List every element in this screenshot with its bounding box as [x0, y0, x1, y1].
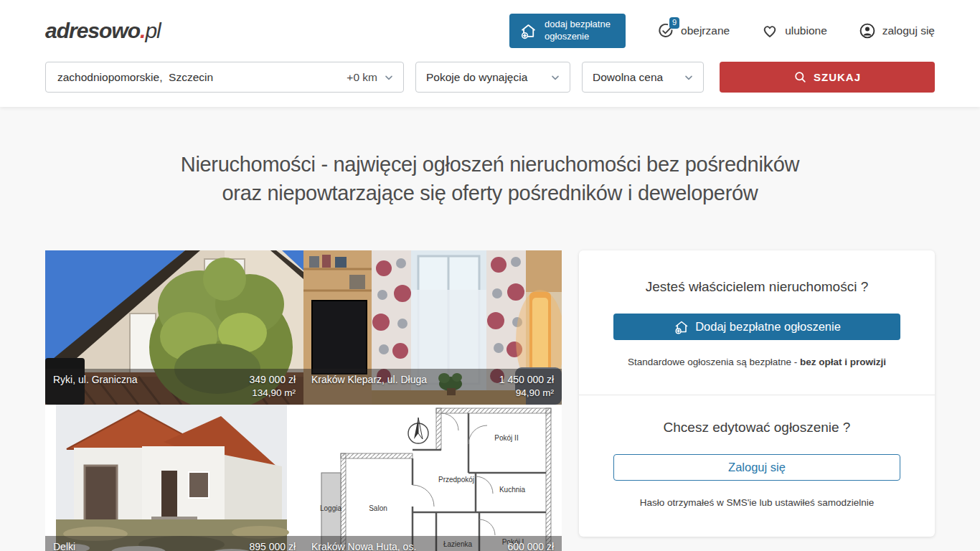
location-value: zachodniopomorskie, Szczecin [57, 71, 213, 84]
edit-heading: Chcesz edytować ogłoszenie ? [613, 420, 900, 435]
search-icon [793, 70, 807, 84]
main-content: Nieruchomości - najwięcej ogłoszeń nieru… [45, 150, 935, 551]
adresowo-logo[interactable]: adresowo.pl [45, 19, 161, 43]
house-plus-icon [673, 319, 690, 336]
listing-tile[interactable]: Kraków Kleparz, ul. Długa 1 450 000 zł 9… [303, 250, 562, 405]
floorplan-room-label: Kuchnia [499, 486, 526, 494]
page: adresowo.pl dodaj bezpłatne ogłoszenie [0, 0, 980, 551]
add-listing-header-button[interactable]: dodaj bezpłatne ogłoszenie [509, 14, 626, 48]
owner-section: Jesteś właścicielem nieruchomości ? Doda… [579, 250, 935, 395]
listing-price: 600 000 zł [507, 540, 554, 551]
favorites-action[interactable]: ulubione [761, 22, 827, 39]
page-title-line2: oraz niepowtarzające się oferty pośredni… [45, 179, 935, 207]
property-type-value: Pokoje do wynajęcia [426, 71, 527, 84]
viewed-label: obejrzane [681, 24, 730, 37]
add-listing-label: dodaj bezpłatne ogłoszenie [545, 19, 616, 43]
listings-grid: Ryki, ul. Graniczna 349 000 zł 134,90 m² [45, 250, 562, 551]
login-sidebar-button[interactable]: Zaloguj się [613, 454, 900, 481]
page-title: Nieruchomości - najwięcej ogłoszeń nieru… [45, 150, 935, 207]
login-action[interactable]: zaloguj się [859, 22, 935, 39]
page-title-line1: Nieruchomości - najwięcej ogłoszeń nieru… [45, 150, 935, 179]
user-icon [859, 22, 876, 39]
price-value: Dowolna cena [593, 71, 663, 84]
listing-photo [45, 405, 303, 551]
listing-name: Delki [53, 540, 75, 551]
property-type-select[interactable]: Pokoje do wynajęcia [415, 62, 570, 93]
search-button-label: SZUKAJ [814, 71, 861, 83]
house-plus-icon [519, 22, 538, 41]
listing-tile[interactable]: Pokój II Przedpokój Kuchnia Salon Loggia… [303, 405, 562, 551]
listing-price: 1 450 000 zł [499, 373, 554, 387]
listing-name: Ryki, ul. Graniczna [53, 373, 137, 387]
listing-floorplan: Pokój II Przedpokój Kuchnia Salon Loggia… [303, 405, 562, 551]
listing-price: 349 000 zł [249, 373, 296, 387]
listing-caption: Kraków Kleparz, ul. Długa 1 450 000 zł 9… [303, 369, 562, 405]
heart-icon [761, 22, 778, 39]
edit-section: Chcesz edytować ogłoszenie ? Zaloguj się… [579, 395, 935, 537]
listing-area: 94,90 m² [311, 387, 554, 400]
search-button[interactable]: SZUKAJ [720, 62, 935, 93]
chevron-down-icon [550, 72, 561, 83]
floorplan-room-label: Loggia [320, 504, 341, 512]
logo-tld: pl [145, 19, 160, 42]
owner-note: Standardowe ogłoszenia są bezpłatne - be… [613, 357, 900, 367]
price-select[interactable]: Dowolna cena [582, 62, 704, 93]
listing-name: Kraków Kleparz, ul. Długa [311, 373, 427, 387]
chevron-down-icon [383, 72, 395, 83]
viewed-count-badge: 9 [669, 17, 679, 29]
floorplan-room-label: Pokój II [494, 434, 518, 442]
owner-note-bold: bez opłat i prowizji [800, 357, 886, 367]
login-label: zaloguj się [882, 24, 935, 37]
owner-note-text: Standardowe ogłoszenia są bezpłatne - [628, 357, 800, 367]
listing-tile[interactable]: Delki 895 000 zł [45, 405, 303, 551]
viewed-icon-wrap: 9 [657, 22, 674, 39]
viewed-action[interactable]: 9 obejrzane [657, 22, 730, 39]
listing-caption: Ryki, ul. Graniczna 349 000 zł 134,90 m² [45, 369, 303, 405]
search-bar: zachodniopomorskie, Szczecin +0 km Pokoj… [45, 62, 935, 107]
floorplan-room-label: Przedpokój [438, 476, 474, 484]
favorites-label: ulubione [785, 24, 827, 37]
listing-caption: Delki 895 000 zł [45, 536, 303, 551]
logo-text: adresowo [45, 19, 140, 42]
listing-caption: Kraków Nowa Huta, os. 600 000 zł [303, 536, 562, 551]
radius-select[interactable]: +0 km [347, 71, 395, 84]
header-top: adresowo.pl dodaj bezpłatne ogłoszenie [45, 0, 935, 62]
add-listing-sidebar-label: Dodaj bezpłatne ogłoszenie [695, 320, 841, 334]
edit-note: Hasło otrzymałeś w SMS'ie lub ustawiłeś … [613, 497, 900, 508]
radius-value: +0 km [347, 71, 377, 84]
sidebar-card: Jesteś właścicielem nieruchomości ? Doda… [579, 250, 935, 537]
owner-heading: Jesteś właścicielem nieruchomości ? [613, 279, 900, 295]
chevron-down-icon [683, 72, 694, 83]
listing-tile[interactable]: Ryki, ul. Graniczna 349 000 zł 134,90 m² [45, 250, 303, 405]
listing-name: Kraków Nowa Huta, os. [311, 540, 416, 551]
location-input[interactable]: zachodniopomorskie, Szczecin +0 km [45, 62, 404, 93]
site-header: adresowo.pl dodaj bezpłatne ogłoszenie [0, 0, 980, 107]
floorplan-room-label: Salon [369, 504, 387, 512]
header-actions: dodaj bezpłatne ogłoszenie 9 obejrzane [509, 14, 935, 48]
listing-area: 134,90 m² [53, 387, 296, 400]
add-listing-sidebar-button[interactable]: Dodaj bezpłatne ogłoszenie [613, 314, 900, 340]
listing-price: 895 000 zł [249, 540, 296, 551]
